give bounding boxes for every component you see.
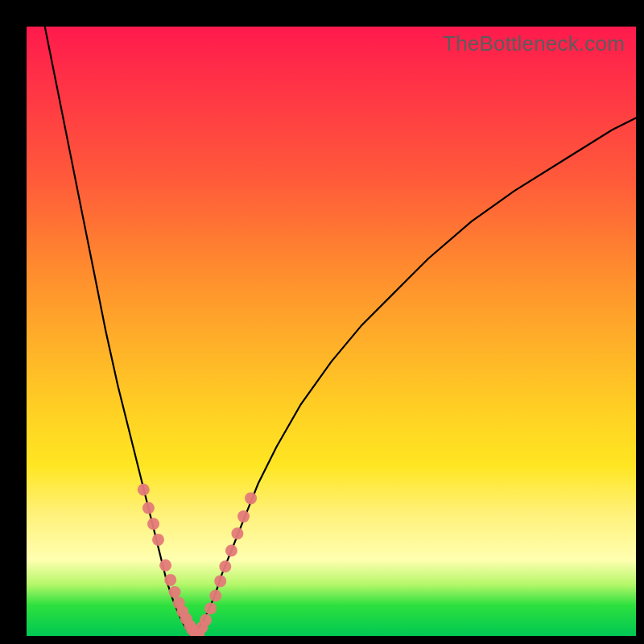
- data-marker: [142, 502, 155, 514]
- data-marker: [159, 559, 171, 572]
- data-marker: [169, 586, 181, 598]
- data-marker: [231, 527, 243, 539]
- chart-svg: [27, 27, 636, 636]
- data-marker: [237, 510, 250, 522]
- data-marker: [225, 545, 237, 557]
- data-marker: [138, 484, 150, 496]
- data-marker: [245, 492, 257, 504]
- chart-frame: TheBottleneck.com: [0, 0, 644, 644]
- curve-right-branch: [191, 118, 636, 636]
- data-marker: [147, 518, 159, 530]
- data-marker: [200, 614, 212, 626]
- data-marker: [219, 560, 231, 572]
- data-marker: [214, 575, 226, 587]
- data-marker: [164, 574, 176, 586]
- plot-area: TheBottleneck.com: [27, 27, 636, 636]
- curve-left-branch: [45, 27, 192, 636]
- data-marker: [204, 602, 217, 614]
- data-marker: [152, 534, 164, 546]
- data-marker: [209, 590, 221, 602]
- markers-right: [196, 492, 258, 634]
- markers-left: [138, 484, 204, 636]
